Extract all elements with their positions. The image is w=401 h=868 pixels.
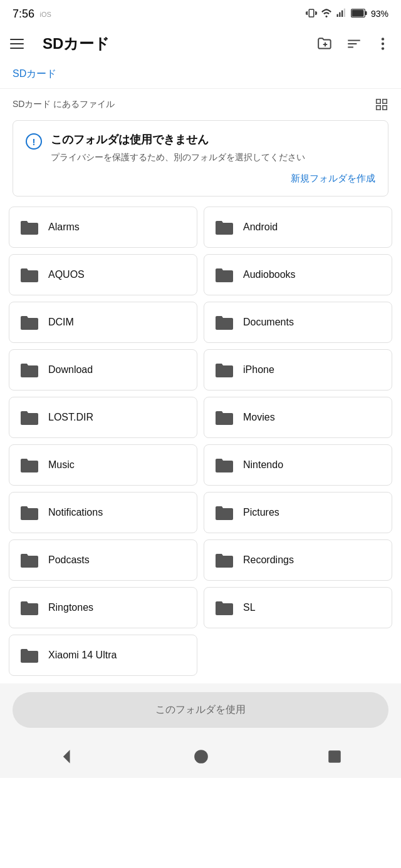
more-button[interactable]	[375, 36, 391, 52]
svg-rect-6	[336, 14, 338, 17]
folder-item[interactable]: Pictures	[204, 492, 392, 533]
svg-rect-11	[365, 11, 367, 15]
folder-item[interactable]: Xiaomi 14 Ultra	[9, 635, 197, 676]
folder-icon	[214, 361, 234, 379]
wifi-icon	[321, 8, 332, 21]
status-bar: 7:56 iOS	[0, 0, 401, 25]
folder-name: Pictures	[243, 507, 279, 518]
folder-item[interactable]: Audiobooks	[204, 254, 392, 295]
folder-icon	[214, 409, 234, 426]
folder-icon	[19, 646, 39, 664]
folder-item[interactable]: SL	[204, 587, 392, 628]
folder-icon	[214, 314, 234, 331]
folder-item[interactable]: Ringtones	[9, 587, 197, 628]
svg-rect-12	[352, 9, 363, 16]
folder-item[interactable]: LOST.DIR	[9, 397, 197, 438]
folder-item[interactable]: Music	[9, 444, 197, 486]
svg-point-5	[325, 15, 327, 17]
battery-percentage: 93%	[371, 9, 388, 19]
status-time: 7:56	[13, 8, 34, 20]
warning-title: このフォルダは使用できません	[51, 132, 305, 147]
folder-item[interactable]: Download	[9, 349, 197, 391]
section-header: SDカード にあるファイル	[0, 89, 401, 118]
folder-item[interactable]: Podcasts	[9, 539, 197, 581]
folder-icon	[19, 504, 39, 521]
warning-content: このフォルダは使用できません プライバシーを保護するため、別のフォルダを選択して…	[51, 132, 305, 164]
warning-description: プライバシーを保護するため、別のフォルダを選択してください	[51, 151, 305, 164]
grid-view-button[interactable]	[375, 98, 388, 111]
folder-name: LOST.DIR	[48, 412, 93, 423]
svg-rect-7	[339, 12, 340, 17]
folder-item[interactable]: Recordings	[204, 539, 392, 581]
folder-name: Notifications	[48, 507, 103, 518]
menu-line-3	[10, 48, 24, 49]
breadcrumb-text[interactable]: SDカード	[13, 68, 56, 79]
sort-button[interactable]	[346, 36, 362, 52]
status-icons: 93%	[306, 8, 388, 21]
svg-rect-8	[341, 10, 343, 17]
folder-item[interactable]: iPhone	[204, 349, 392, 391]
folder-name: Music	[48, 459, 75, 471]
svg-rect-0	[309, 9, 314, 17]
svg-rect-23	[377, 106, 380, 110]
folder-item[interactable]: Android	[204, 207, 392, 248]
folder-icon	[214, 266, 234, 283]
folder-item[interactable]: Alarms	[9, 207, 197, 248]
create-folder-link[interactable]: 新規フォルダを作成	[291, 173, 375, 183]
folder-name: DCIM	[48, 317, 74, 328]
page-title: SDカード	[43, 34, 317, 54]
folder-name: Ringtones	[48, 602, 93, 613]
folder-item[interactable]: Notifications	[9, 492, 197, 533]
folder-icon	[19, 266, 39, 283]
folder-name: Xiaomi 14 Ultra	[48, 650, 117, 661]
svg-point-26	[194, 750, 208, 763]
warning-header: ! このフォルダは使用できません プライバシーを保護するため、別のフォルダを選択…	[26, 132, 375, 164]
add-folder-button[interactable]	[317, 36, 333, 52]
use-folder-button[interactable]: このフォルダを使用	[13, 692, 388, 728]
svg-point-20	[382, 47, 384, 49]
signal-icon	[336, 8, 347, 21]
folder-icon	[19, 218, 39, 236]
folder-item[interactable]: DCIM	[9, 302, 197, 343]
status-ios: iOS	[40, 11, 51, 18]
home-button[interactable]	[193, 748, 209, 765]
svg-rect-9	[344, 8, 345, 17]
menu-line-2	[10, 43, 24, 44]
folder-name: iPhone	[243, 364, 274, 375]
warning-box: ! このフォルダは使用できません プライバシーを保護するため、別のフォルダを選択…	[13, 120, 388, 197]
folder-icon	[214, 551, 234, 569]
folder-name: Nintendo	[243, 459, 283, 471]
folder-icon	[214, 599, 234, 616]
folder-grid: Alarms Android AQUOS Audiobooks	[0, 207, 401, 676]
menu-line-1	[10, 39, 24, 40]
warning-action: 新規フォルダを作成	[26, 173, 375, 185]
folder-icon	[214, 504, 234, 521]
folder-name: Android	[243, 222, 278, 233]
folder-item[interactable]: Nintendo	[204, 444, 392, 486]
warning-icon: !	[26, 133, 42, 150]
svg-point-19	[382, 43, 384, 45]
folder-item[interactable]: Documents	[204, 302, 392, 343]
section-title: SDカード にあるファイル	[13, 99, 115, 110]
folder-name: Movies	[243, 412, 275, 423]
back-button[interactable]	[58, 748, 76, 765]
folder-name: SL	[243, 602, 256, 613]
breadcrumb: SDカード	[0, 63, 401, 89]
top-bar: SDカード	[0, 25, 401, 63]
folder-icon	[19, 456, 39, 474]
nav-bar	[0, 738, 401, 778]
folder-icon	[19, 314, 39, 331]
svg-rect-24	[383, 106, 387, 110]
menu-button[interactable]	[10, 31, 35, 56]
bottom-action: このフォルダを使用	[0, 683, 401, 738]
svg-rect-27	[328, 750, 341, 763]
folder-name: Download	[48, 364, 93, 375]
svg-rect-22	[383, 100, 387, 103]
toolbar-actions	[317, 36, 391, 52]
folder-item[interactable]: Movies	[204, 397, 392, 438]
folder-icon	[214, 456, 234, 474]
folder-item[interactable]: AQUOS	[9, 254, 197, 295]
recent-button[interactable]	[326, 748, 343, 765]
folder-name: Alarms	[48, 222, 80, 233]
svg-marker-25	[65, 752, 70, 762]
